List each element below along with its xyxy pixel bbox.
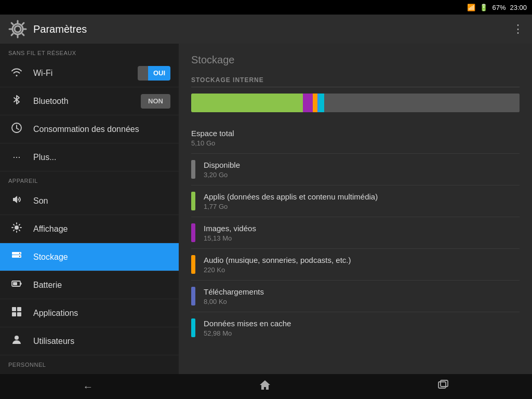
bar-free	[324, 94, 520, 112]
storage-item-applis-name: Applis (données des applis et contenu mu…	[204, 192, 520, 201]
images-color	[191, 223, 195, 242]
storage-item-cache[interactable]: Données mises en cache 52,98 Mo	[191, 312, 520, 343]
sidebar-item-batterie[interactable]: Batterie	[0, 271, 179, 299]
wifi-label: Wi-Fi	[33, 69, 52, 78]
stockage-icon	[8, 250, 25, 264]
storage-bar	[191, 94, 520, 112]
svg-rect-17	[441, 380, 448, 387]
recents-button[interactable]	[424, 375, 462, 398]
nav-bar: ←	[0, 374, 532, 399]
storage-text-applis: Applis (données des applis et contenu mu…	[204, 192, 520, 210]
sidebar: SANS FIL ET RÉSEAUX Wi-Fi OUI	[0, 44, 179, 374]
bluetooth-toggle[interactable]: NON	[141, 94, 170, 109]
svg-rect-16	[438, 382, 446, 388]
svg-rect-12	[17, 307, 21, 311]
sidebar-item-data[interactable]: Consommation des données	[0, 115, 179, 143]
main-layout: SANS FIL ET RÉSEAUX Wi-Fi OUI	[0, 44, 532, 374]
storage-text-images: Images, vidéos 15,13 Mo	[204, 224, 520, 242]
storage-item-applis[interactable]: Applis (données des applis et contenu mu…	[191, 185, 520, 217]
applis-color	[191, 192, 195, 210]
affichage-icon	[8, 222, 25, 236]
wifi-icon	[8, 66, 25, 80]
plus-label: Plus...	[33, 153, 56, 162]
storage-item-audio-value: 220 Ko	[204, 266, 520, 274]
sidebar-item-stockage[interactable]: Stockage	[0, 243, 179, 271]
svg-point-7	[19, 256, 20, 257]
batterie-icon	[8, 278, 25, 292]
bar-cache	[319, 94, 324, 112]
sidebar-item-applications[interactable]: Applications	[0, 299, 179, 327]
section-header-personnel: PERSONNEL	[0, 355, 179, 371]
bar-audio	[313, 94, 317, 112]
storage-item-images[interactable]: Images, vidéos 15,13 Mo	[191, 217, 520, 249]
downloads-color	[191, 287, 195, 305]
storage-text-downloads: Téléchargements 8,00 Ko	[204, 287, 520, 305]
status-bar: 📶 🔋 67% 23:00	[0, 0, 532, 15]
storage-item-disponible-value: 3,20 Go	[204, 171, 520, 179]
settings-gear-icon	[8, 20, 27, 38]
content-area: Stockage STOCKAGE INTERNE Espace total 5…	[179, 44, 532, 374]
storage-item-total[interactable]: Espace total 5,10 Go	[191, 123, 520, 154]
son-icon	[8, 194, 25, 208]
sidebar-item-plus[interactable]: ··· Plus...	[0, 143, 179, 171]
home-button[interactable]	[246, 375, 284, 398]
more-options-button[interactable]: ⋮	[512, 22, 524, 36]
sidebar-item-bluetooth[interactable]: Bluetooth NON	[0, 87, 179, 115]
clock: 23:00	[510, 4, 527, 11]
storage-item-cache-value: 52,98 Mo	[204, 329, 520, 337]
battery-level: 67%	[492, 4, 506, 11]
sidebar-item-affichage[interactable]: Affichage	[0, 215, 179, 243]
disponible-color	[191, 160, 195, 179]
sidebar-item-utilisateurs[interactable]: Utilisateurs	[0, 327, 179, 355]
storage-items-list: Espace total 5,10 Go Disponible 3,20 Go …	[191, 123, 520, 343]
app-title: Paramètres	[33, 23, 512, 35]
bluetooth-icon	[8, 94, 25, 108]
storage-section-title: STOCKAGE INTERNE	[191, 76, 520, 87]
svg-point-15	[15, 336, 19, 340]
storage-item-audio[interactable]: Audio (musique, sonneries, podcasts, etc…	[191, 249, 520, 281]
page-title: Stockage	[191, 54, 520, 66]
svg-point-3	[15, 225, 19, 230]
applications-icon	[8, 306, 25, 320]
storage-item-images-name: Images, vidéos	[204, 224, 520, 233]
storage-text-disponible: Disponible 3,20 Go	[204, 161, 520, 179]
utilisateurs-icon	[8, 334, 25, 348]
affichage-label: Affichage	[33, 224, 68, 234]
storage-item-audio-name: Audio (musique, sonneries, podcasts, etc…	[204, 256, 520, 264]
sidebar-item-wifi[interactable]: Wi-Fi OUI	[0, 59, 179, 87]
cache-color	[191, 318, 195, 337]
stockage-label: Stockage	[33, 252, 68, 262]
storage-item-total-value: 5,10 Go	[191, 139, 520, 147]
storage-item-applis-value: 1,77 Go	[204, 203, 520, 210]
svg-rect-13	[12, 312, 16, 316]
data-label: Consommation des données	[33, 125, 139, 134]
audio-color	[191, 255, 195, 274]
bar-images	[303, 94, 313, 112]
section-header-network: SANS FIL ET RÉSEAUX	[0, 44, 179, 59]
storage-item-downloads[interactable]: Téléchargements 8,00 Ko	[191, 281, 520, 312]
son-label: Son	[33, 196, 48, 206]
sidebar-item-son[interactable]: Son	[0, 187, 179, 215]
svg-point-0	[15, 26, 21, 32]
storage-item-disponible[interactable]: Disponible 3,20 Go	[191, 154, 520, 185]
data-icon	[8, 122, 25, 136]
svg-point-6	[19, 253, 20, 254]
svg-rect-9	[20, 283, 22, 285]
svg-rect-14	[17, 312, 21, 316]
storage-item-downloads-value: 8,00 Ko	[204, 298, 520, 305]
section-header-appareil: APPAREIL	[0, 171, 179, 187]
bar-apps	[191, 94, 303, 112]
wifi-toggle[interactable]: OUI	[138, 66, 170, 81]
svg-rect-10	[13, 282, 17, 285]
batterie-label: Batterie	[33, 281, 62, 290]
storage-item-total-name: Espace total	[191, 129, 520, 138]
storage-text-total: Espace total 5,10 Go	[191, 129, 520, 147]
storage-item-downloads-name: Téléchargements	[204, 287, 520, 296]
wifi-status-icon: 📶	[467, 4, 475, 11]
applications-label: Applications	[33, 309, 78, 318]
back-button[interactable]: ←	[70, 377, 105, 397]
plus-icon: ···	[8, 152, 25, 163]
wifi-toggle-on-label: OUI	[148, 66, 170, 81]
bluetooth-label: Bluetooth	[33, 97, 69, 106]
wifi-toggle-off-part	[138, 66, 148, 81]
